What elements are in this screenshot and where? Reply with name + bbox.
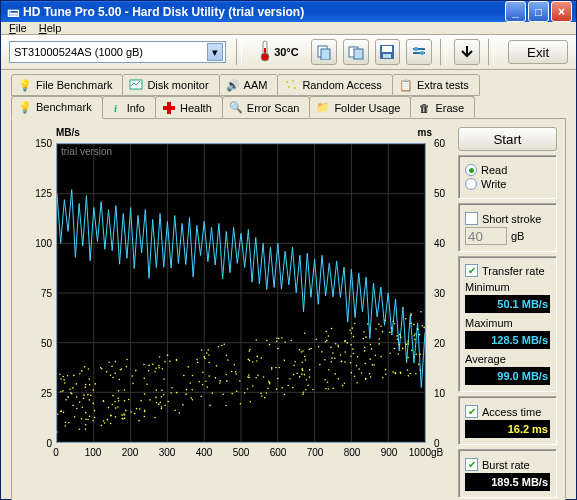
svg-point-293 bbox=[352, 348, 354, 350]
read-radio[interactable] bbox=[465, 164, 477, 176]
start-button[interactable]: Start bbox=[458, 127, 557, 151]
options-button[interactable] bbox=[406, 39, 432, 65]
svg-point-165 bbox=[218, 346, 220, 348]
svg-point-142 bbox=[351, 372, 353, 374]
tab-erase[interactable]: 🗑Erase bbox=[410, 96, 475, 118]
tab-info[interactable]: iInfo bbox=[102, 96, 156, 118]
svg-point-351 bbox=[252, 361, 254, 363]
svg-point-135 bbox=[155, 367, 157, 369]
svg-point-284 bbox=[304, 332, 306, 334]
burst-rate-value: 189.5MB/s bbox=[465, 473, 550, 491]
svg-rect-6 bbox=[354, 49, 363, 59]
svg-point-345 bbox=[83, 398, 85, 400]
svg-point-172 bbox=[332, 387, 334, 389]
svg-point-103 bbox=[154, 371, 156, 373]
burst-rate-checkbox[interactable]: ✔ bbox=[465, 458, 478, 471]
svg-point-433 bbox=[309, 376, 311, 378]
svg-point-286 bbox=[275, 367, 277, 369]
down-arrow-button[interactable] bbox=[454, 39, 480, 65]
svg-point-384 bbox=[178, 412, 180, 414]
close-button[interactable]: × bbox=[551, 1, 572, 22]
svg-point-406 bbox=[372, 364, 374, 366]
tab-disk-monitor[interactable]: Disk monitor bbox=[122, 74, 219, 96]
menu-help[interactable]: Help bbox=[39, 22, 62, 34]
svg-point-291 bbox=[331, 361, 333, 363]
svg-point-63 bbox=[369, 358, 371, 360]
svg-point-436 bbox=[350, 344, 352, 346]
svg-point-381 bbox=[277, 378, 279, 380]
short-stroke-checkbox[interactable] bbox=[465, 212, 478, 225]
svg-point-303 bbox=[407, 343, 409, 345]
tab-benchmark[interactable]: 💡Benchmark bbox=[11, 96, 103, 119]
transfer-rate-checkbox[interactable]: ✔ bbox=[465, 264, 478, 277]
svg-point-116 bbox=[394, 323, 396, 325]
access-time-label: Access time bbox=[482, 406, 541, 418]
tab-file-benchmark[interactable]: 💡File Benchmark bbox=[11, 74, 123, 96]
svg-point-298 bbox=[182, 404, 184, 406]
svg-point-123 bbox=[112, 377, 114, 379]
minimize-button[interactable]: _ bbox=[505, 1, 526, 22]
drive-select[interactable]: ST31000524AS (1000 gB) ▾ bbox=[9, 41, 226, 63]
svg-point-278 bbox=[72, 405, 74, 407]
svg-point-430 bbox=[402, 348, 404, 350]
access-time-checkbox[interactable]: ✔ bbox=[465, 405, 478, 418]
svg-point-206 bbox=[216, 365, 218, 367]
tab-health[interactable]: Health bbox=[155, 96, 223, 118]
exit-button[interactable]: Exit bbox=[508, 40, 568, 64]
tab-random-access[interactable]: Random Access bbox=[277, 74, 392, 96]
copy-info-button[interactable] bbox=[311, 39, 337, 65]
svg-point-377 bbox=[354, 323, 356, 325]
svg-point-339 bbox=[124, 400, 126, 402]
svg-point-166 bbox=[117, 397, 119, 399]
svg-point-52 bbox=[321, 351, 323, 353]
tab-aam[interactable]: 🔊AAM bbox=[219, 74, 279, 96]
svg-point-79 bbox=[63, 379, 65, 381]
svg-point-336 bbox=[302, 350, 304, 352]
save-button[interactable] bbox=[375, 39, 401, 65]
svg-point-272 bbox=[281, 337, 283, 339]
write-radio[interactable] bbox=[465, 178, 477, 190]
svg-point-236 bbox=[189, 382, 191, 384]
maximize-button[interactable]: □ bbox=[528, 1, 549, 22]
svg-point-248 bbox=[247, 376, 249, 378]
tab-extra-tests[interactable]: 📋Extra tests bbox=[392, 74, 480, 96]
svg-point-274 bbox=[408, 375, 410, 377]
svg-point-122 bbox=[417, 329, 419, 331]
svg-point-398 bbox=[219, 380, 221, 382]
svg-point-375 bbox=[138, 420, 140, 422]
svg-point-261 bbox=[211, 392, 213, 394]
svg-point-427 bbox=[57, 413, 59, 415]
svg-point-249 bbox=[114, 372, 116, 374]
chevron-down-icon[interactable]: ▾ bbox=[207, 43, 223, 61]
svg-point-156 bbox=[72, 387, 74, 389]
svg-point-265 bbox=[278, 338, 280, 340]
svg-point-192 bbox=[276, 337, 278, 339]
svg-point-169 bbox=[257, 375, 259, 377]
svg-point-259 bbox=[380, 356, 382, 358]
svg-point-361 bbox=[185, 393, 187, 395]
svg-point-319 bbox=[67, 396, 69, 398]
tab-folder-usage[interactable]: 📁Folder Usage bbox=[309, 96, 411, 118]
copy-screenshot-button[interactable] bbox=[343, 39, 369, 65]
svg-point-423 bbox=[128, 399, 130, 401]
svg-point-211 bbox=[85, 424, 87, 426]
svg-point-352 bbox=[328, 335, 330, 337]
svg-point-194 bbox=[101, 368, 103, 370]
svg-point-243 bbox=[260, 393, 262, 395]
svg-point-365 bbox=[231, 371, 233, 373]
svg-point-81 bbox=[248, 374, 250, 376]
svg-point-80 bbox=[414, 339, 416, 341]
svg-point-88 bbox=[407, 357, 409, 359]
svg-point-101 bbox=[108, 407, 110, 409]
svg-point-347 bbox=[73, 375, 75, 377]
svg-point-167 bbox=[192, 399, 194, 401]
svg-point-204 bbox=[306, 379, 308, 381]
svg-point-126 bbox=[344, 382, 346, 384]
tab-error-scan[interactable]: 🔍Error Scan bbox=[222, 96, 311, 118]
svg-point-190 bbox=[340, 354, 342, 356]
menu-file[interactable]: File bbox=[9, 22, 27, 34]
y-axis-left-label: MB/s bbox=[56, 127, 80, 138]
svg-point-39 bbox=[57, 431, 58, 433]
svg-point-83 bbox=[81, 418, 83, 420]
svg-point-100 bbox=[289, 378, 291, 380]
